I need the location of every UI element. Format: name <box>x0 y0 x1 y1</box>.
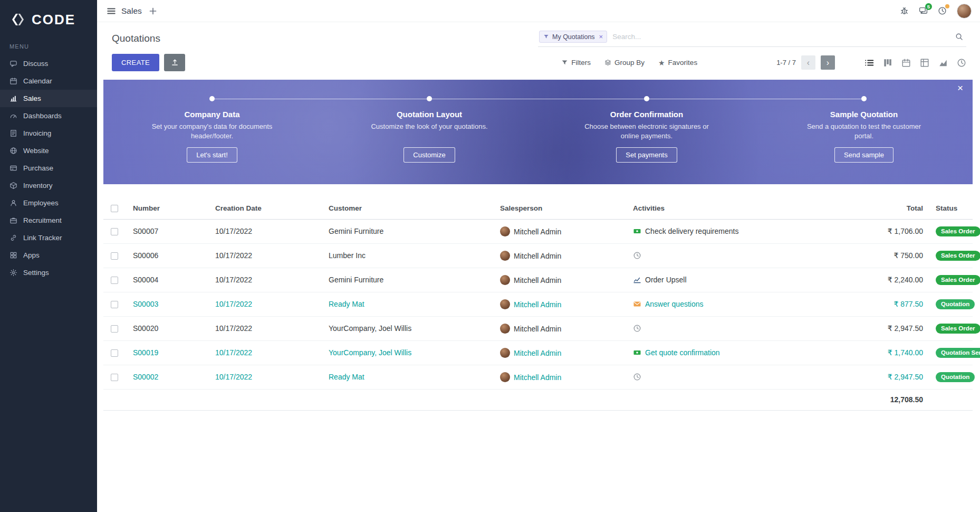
col-status[interactable]: Status <box>925 198 973 219</box>
pager-next-button[interactable]: › <box>821 55 835 70</box>
bug-icon[interactable] <box>900 6 909 15</box>
customer-name: Gemini Furniture <box>320 268 492 292</box>
row-checkbox[interactable] <box>111 374 118 381</box>
list-view-icon[interactable] <box>864 58 874 68</box>
set-payments-button[interactable]: Set payments <box>616 147 677 163</box>
search-icon[interactable] <box>955 33 963 41</box>
group-by-button[interactable]: Group By <box>604 59 645 67</box>
search-bar[interactable]: My Quotations × Search... <box>538 30 966 47</box>
col-total[interactable]: Total <box>862 198 925 219</box>
sidebar-item-inventory[interactable]: Inventory <box>0 177 97 194</box>
sidebar-item-apps[interactable]: Apps <box>0 246 97 264</box>
page-title: Quotations <box>112 33 160 44</box>
filters-button[interactable]: Filters <box>561 59 591 67</box>
sidebar-item-link-tracker[interactable]: Link Tracker <box>0 229 97 246</box>
creation-date: 10/17/2022 <box>207 365 320 389</box>
step-title: Quotation Layout <box>321 110 538 119</box>
sidebar-item-employees[interactable]: Employees <box>0 194 97 212</box>
messages-icon[interactable]: 5 <box>919 6 928 15</box>
view-switcher <box>864 58 966 68</box>
quotation-row-s00007[interactable]: S0000710/17/2022Gemini FurnitureMitchell… <box>103 219 973 243</box>
create-button[interactable]: CREATE <box>112 54 159 71</box>
row-checkbox[interactable] <box>111 252 118 260</box>
activity-cell[interactable]: Order Upsell <box>624 268 862 292</box>
website-icon <box>9 147 17 155</box>
total-amount: ₹ 2,947.50 <box>862 316 925 340</box>
favorites-button[interactable]: ★ Favorites <box>658 59 697 67</box>
onboarding-step-quotation-layout: Quotation LayoutCustomize the look of yo… <box>321 80 538 184</box>
plus-icon[interactable] <box>147 5 159 17</box>
quotation-row-s00020[interactable]: S0002010/17/2022YourCompany, Joel Willis… <box>103 316 973 340</box>
activity-cell[interactable] <box>624 316 862 340</box>
activity-cell[interactable] <box>624 365 862 389</box>
search-facet[interactable]: My Quotations × <box>539 31 607 43</box>
quotation-row-s00002[interactable]: S0000210/17/2022Ready MatMitchell Admin₹… <box>103 365 973 389</box>
menu-label: MENU <box>0 39 97 55</box>
row-checkbox[interactable] <box>111 349 118 357</box>
activities-icon[interactable] <box>938 6 947 15</box>
customer-name: Ready Mat <box>320 292 492 316</box>
col-customer[interactable]: Customer <box>320 198 492 219</box>
step-description: Send a quotation to test the customer po… <box>801 122 927 141</box>
search-input[interactable]: Search... <box>612 33 950 41</box>
topbar: Sales 5 <box>97 0 980 22</box>
menu-toggle-icon[interactable] <box>104 4 118 18</box>
status-badge: Quotation <box>936 372 975 382</box>
quotation-row-s00006[interactable]: S0000610/17/2022Lumber IncMitchell Admin… <box>103 243 973 268</box>
activity-cell[interactable]: Get quote confirmation <box>624 340 862 365</box>
status-badge: Sales Order <box>936 226 980 236</box>
sidebar-item-recruitment[interactable]: Recruitment <box>0 212 97 229</box>
banknote-icon <box>633 227 641 235</box>
col-salesperson[interactable]: Salesperson <box>492 198 624 219</box>
status-cell: Quotation Sent <box>925 340 973 365</box>
sidebar-item-sales[interactable]: Sales <box>0 90 97 107</box>
sidebar-item-dashboards[interactable]: Dashboards <box>0 107 97 125</box>
export-icon[interactable] <box>164 54 185 71</box>
onboarding-banner: × Company DataSet your company's data fo… <box>103 80 973 184</box>
kanban-view-icon[interactable] <box>883 58 892 68</box>
let-s-start-button[interactable]: Let's start! <box>187 147 237 163</box>
pager-previous-button[interactable]: ‹ <box>801 55 815 70</box>
creation-date: 10/17/2022 <box>207 316 320 340</box>
app-logo[interactable]: CODE <box>0 0 97 39</box>
salesperson-avatar <box>500 348 510 358</box>
customer-name: YourCompany, Joel Willis <box>320 340 492 365</box>
step-title: Sample Quotation <box>755 110 973 119</box>
activity-cell[interactable] <box>624 243 862 268</box>
user-avatar[interactable] <box>957 4 972 18</box>
purchase-icon <box>9 164 17 172</box>
sidebar-item-purchase[interactable]: Purchase <box>0 159 97 177</box>
row-checkbox[interactable] <box>111 301 118 308</box>
sidebar-item-invoicing[interactable]: Invoicing <box>0 125 97 142</box>
select-all-checkbox[interactable] <box>111 205 118 212</box>
sidebar-item-discuss[interactable]: Discuss <box>0 55 97 72</box>
pivot-view-icon[interactable] <box>920 58 929 68</box>
creation-date: 10/17/2022 <box>207 219 320 243</box>
graph-view-icon[interactable] <box>938 58 948 68</box>
facet-remove-icon[interactable]: × <box>598 33 603 40</box>
quotation-row-s00004[interactable]: S0000410/17/2022Gemini FurnitureMitchell… <box>103 268 973 292</box>
activity-view-icon[interactable] <box>957 58 966 68</box>
sidebar-item-settings[interactable]: Settings <box>0 264 97 281</box>
activity-cell[interactable]: Answer questions <box>624 292 862 316</box>
recruitment-icon <box>9 216 17 224</box>
col-number[interactable]: Number <box>124 198 207 219</box>
settings-icon <box>9 269 17 277</box>
sidebar-item-website[interactable]: Website <box>0 142 97 159</box>
sidebar-item-calendar[interactable]: Calendar <box>0 72 97 90</box>
row-checkbox[interactable] <box>111 228 118 235</box>
col-activities[interactable]: Activities <box>624 198 862 219</box>
customize-button[interactable]: Customize <box>403 147 455 163</box>
row-checkbox[interactable] <box>111 325 118 333</box>
activity-cell[interactable]: Check delivery requirements <box>624 219 862 243</box>
send-sample-button[interactable]: Send sample <box>834 147 893 163</box>
layers-icon <box>604 59 611 66</box>
close-icon[interactable]: × <box>954 82 966 93</box>
active-app-name[interactable]: Sales <box>121 6 142 16</box>
quotation-row-s00003[interactable]: S0000310/17/2022Ready MatMitchell AdminA… <box>103 292 973 316</box>
quotation-row-s00019[interactable]: S0001910/17/2022YourCompany, Joel Willis… <box>103 340 973 365</box>
col-creation-date[interactable]: Creation Date <box>207 198 320 219</box>
salesperson-avatar <box>500 226 510 236</box>
row-checkbox[interactable] <box>111 277 118 284</box>
calendar-view-icon[interactable] <box>901 58 911 68</box>
